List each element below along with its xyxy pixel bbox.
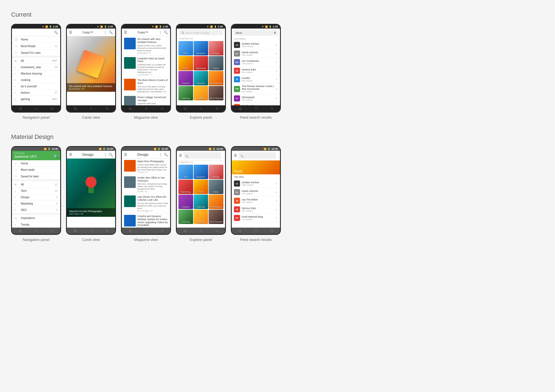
home-nav-icon-mag[interactable]: ○ bbox=[145, 107, 147, 110]
site-item-3[interactable]: SE Serious Eats46k readers + bbox=[232, 67, 280, 75]
back-icon-nav-md[interactable]: ◁ bbox=[19, 229, 21, 233]
site-item-6[interactable]: SY Skinnytaste32k readers + bbox=[232, 94, 280, 103]
nav-item-fashion[interactable]: › fashion 37 bbox=[12, 90, 60, 96]
grid-food[interactable]: Food bbox=[178, 56, 193, 70]
md-follow-btn-2[interactable]: + bbox=[276, 198, 278, 203]
home-nav-icon-cards-md[interactable]: ○ bbox=[90, 229, 92, 233]
menu-icon[interactable]: ☰ bbox=[69, 30, 72, 34]
md-site-item-4[interactable]: FN Food Network Blog42k readers + bbox=[232, 214, 280, 222]
recent-icon-mag-md[interactable]: □ bbox=[161, 229, 163, 233]
md-nav-home[interactable]: ⌂ Home bbox=[12, 160, 60, 167]
md-mag-item-1[interactable]: Inside Uber Office in San Francisco Afte… bbox=[122, 175, 170, 194]
menu-icon-mag-md[interactable]: ☰ bbox=[124, 153, 127, 157]
recent-icon-cards[interactable]: □ bbox=[106, 107, 108, 110]
nav-item-all[interactable]: ≡ All 499+ bbox=[12, 58, 60, 64]
md-follow-btn-0[interactable]: + bbox=[276, 181, 278, 186]
home-nav-icon[interactable]: ○ bbox=[35, 107, 37, 110]
home-nav-icon-search-md[interactable]: ○ bbox=[255, 229, 257, 233]
back-icon-cards[interactable]: ◁ bbox=[74, 107, 76, 110]
search-icon-mag-md[interactable]: 🔍 bbox=[164, 153, 168, 157]
grid-fashion[interactable]: Fashion bbox=[178, 71, 193, 85]
back-icon-cards-md[interactable]: ◁ bbox=[74, 229, 76, 233]
grid-marketing-md[interactable]: Marketing bbox=[178, 180, 193, 194]
recent-icon-search-md[interactable]: □ bbox=[271, 229, 273, 233]
back-icon-explore-md[interactable]: ◁ bbox=[184, 229, 186, 233]
nav-item-savedforlater[interactable]: □ Saved For Later bbox=[12, 50, 60, 56]
md-follow-btn-1[interactable]: + bbox=[276, 190, 278, 194]
back-icon-mag-md[interactable]: ◁ bbox=[129, 229, 131, 233]
grid-marketing[interactable]: Marketing bbox=[194, 56, 208, 70]
md-nav-savedforlater[interactable]: □ Saved for later bbox=[12, 173, 60, 180]
grid-news-md[interactable]: News bbox=[209, 180, 223, 194]
follow-btn-1[interactable]: + bbox=[276, 51, 278, 56]
recent-icon-explore-md[interactable]: □ bbox=[216, 229, 218, 233]
grid-design[interactable]: Design bbox=[209, 41, 223, 55]
grid-diy-md[interactable]: Do It Yourself bbox=[209, 210, 223, 224]
nav-item-machinelearning[interactable]: › Machine learning bbox=[12, 70, 60, 77]
dots-icon-cards-md[interactable]: ⋮ bbox=[104, 153, 107, 157]
search-icon-nav-md[interactable]: 🔍 bbox=[54, 154, 58, 159]
nav-item-diy[interactable]: › do it yourself bbox=[12, 83, 60, 90]
recent-icon-search[interactable]: □ bbox=[271, 107, 273, 110]
home-nav-icon-mag-md[interactable]: ○ bbox=[145, 229, 147, 233]
recent-icon-cards-md[interactable]: □ bbox=[106, 229, 108, 233]
mag-item-3[interactable]: Photo Collage Turned into Cernaps Japane… bbox=[122, 95, 170, 105]
menu-icon-explore-md[interactable]: ☰ bbox=[179, 154, 182, 157]
grid-photography-md[interactable]: Photography bbox=[209, 195, 223, 209]
grid-baking[interactable]: Baking bbox=[194, 86, 208, 100]
mag-item-1[interactable]: Celestial Cities by David Fleck Celestia… bbox=[122, 56, 170, 78]
search-bar-food[interactable]: #food ✕ bbox=[233, 30, 278, 36]
md-mag-item-0[interactable]: Maia Flore Photography French artist Mai… bbox=[122, 159, 170, 175]
site-item-4[interactable]: 52 Food5239k readers + bbox=[232, 75, 280, 84]
grid-news[interactable]: News bbox=[209, 56, 223, 70]
card-image-3d[interactable]: 3D Artwork with Very Detailed Textures b… bbox=[67, 36, 115, 92]
explore-search-bar[interactable]: 🔍 Search a topic or a blog bbox=[179, 30, 223, 35]
follow-btn-0[interactable]: + bbox=[276, 43, 278, 47]
card-image-flower[interactable]: Maurizio Di Iorio Photography 100 Fubiz … bbox=[67, 159, 115, 217]
grid-tech-md[interactable]: Tech bbox=[178, 165, 193, 179]
grid-baking-md[interactable]: Baking bbox=[194, 210, 208, 224]
follow-btn-5[interactable]: + bbox=[276, 87, 278, 91]
back-icon-search[interactable]: ◁ bbox=[239, 107, 241, 110]
home-nav-icon-explore-md[interactable]: ○ bbox=[200, 229, 202, 233]
site-item-1[interactable]: DL David Lebovitz18k readers + bbox=[232, 49, 280, 58]
mag-item-2[interactable]: The Best Albums Covers of 2014 The end o… bbox=[122, 77, 170, 95]
follow-btn-2[interactable]: + bbox=[276, 60, 278, 64]
grid-food-md[interactable]: Food bbox=[194, 180, 208, 194]
recent-icon-explore[interactable]: □ bbox=[216, 107, 218, 110]
nav-item-gaming[interactable]: › gaming 499+ bbox=[12, 96, 60, 102]
grid-photography[interactable]: Photography bbox=[209, 71, 223, 85]
site-item-2[interactable]: 101 101 Cookbooks+4k readers + bbox=[232, 58, 280, 67]
md-follow-btn-3[interactable]: + bbox=[276, 207, 278, 212]
grid-startups[interactable]: Startups bbox=[194, 71, 208, 85]
site-item-7[interactable]: OG Oh She Glows23k readers + bbox=[232, 103, 280, 105]
dots-icon[interactable]: ⋮ bbox=[104, 30, 107, 34]
home-nav-icon-search[interactable]: ○ bbox=[255, 107, 257, 110]
dots-icon-mag[interactable]: ⋮ bbox=[159, 30, 162, 34]
grid-diy[interactable]: Do It Yourself bbox=[209, 86, 223, 100]
nav-item-mustreads[interactable]: ☆ Must Reads 72 bbox=[12, 43, 60, 50]
follow-btn-4[interactable]: + bbox=[276, 77, 278, 82]
grid-fashion-md[interactable]: Fashion bbox=[178, 195, 193, 209]
menu-icon-mag[interactable]: ☰ bbox=[124, 30, 127, 34]
search-icon-cards[interactable]: 🔍 bbox=[109, 30, 113, 34]
md-nav-seo[interactable]: › SEO 5 bbox=[12, 207, 60, 213]
recent-icon-mag[interactable]: □ bbox=[161, 107, 163, 110]
grid-tech[interactable]: Tech bbox=[178, 41, 193, 55]
close-icon[interactable]: ✕ bbox=[274, 31, 276, 35]
md-mag-item-3[interactable]: Colorful and Dynamic Modular System for … bbox=[122, 213, 170, 228]
md-nav-tech[interactable]: › Tech 23 bbox=[12, 188, 60, 194]
grid-business-md[interactable]: Business bbox=[194, 165, 208, 179]
grid-design-md[interactable]: Design bbox=[209, 165, 223, 179]
menu-icon-cards-md[interactable]: ☰ bbox=[69, 153, 72, 157]
md-nav-trends[interactable]: › Trends bbox=[12, 222, 60, 228]
md-site-item-1[interactable]: DL David Lebovitz17k readers + bbox=[232, 188, 280, 197]
back-icon-mag[interactable]: ◁ bbox=[129, 107, 131, 110]
grid-startups-md[interactable]: Startups bbox=[194, 195, 208, 209]
md-site-item-0[interactable]: sk Smitten Kitchen183k readers + bbox=[232, 179, 280, 188]
site-item-5[interactable]: PW The Pioneer Woman Cooks | Ree Drummon… bbox=[232, 84, 280, 94]
recent-icon[interactable]: □ bbox=[51, 107, 53, 110]
nav-item-home[interactable]: ⬡ Home bbox=[12, 36, 60, 43]
md-nav-design[interactable]: › Design 3 bbox=[12, 194, 60, 200]
menu-icon-search-md[interactable]: ☰ bbox=[234, 154, 237, 157]
